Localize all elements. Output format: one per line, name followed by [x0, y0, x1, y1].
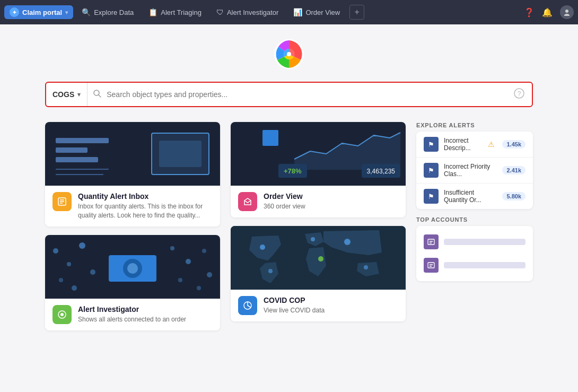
alert-count-0: 1.45k [502, 140, 526, 149]
app-logo [274, 39, 304, 71]
order-view-title: Order View [264, 192, 305, 201]
quantity-alert-card[interactable]: Quantity Alert Inbox Inbox for quantity … [45, 122, 220, 227]
alert-name-0: Incorrect Descrip... [444, 137, 483, 152]
quantity-alert-image [45, 122, 220, 186]
svg-point-17 [59, 278, 63, 282]
svg-text:?: ? [518, 90, 521, 98]
svg-point-31 [260, 245, 265, 250]
search-help-icon[interactable]: ? [506, 88, 532, 101]
bell-icon[interactable]: 🔔 [542, 7, 553, 18]
tab-order-view-label: Order View [305, 8, 340, 16]
svg-point-34 [364, 265, 368, 269]
svg-point-20 [202, 249, 206, 253]
accounts-list [416, 226, 533, 281]
alert-name-1: Incorrect Priority Clas... [444, 163, 497, 178]
search-input[interactable] [107, 90, 506, 99]
order-view-text: Order View 360 order view [264, 192, 305, 211]
search-dropdown[interactable]: COGS ▾ [46, 83, 87, 106]
account-bar-0 [444, 239, 526, 245]
covid-cop-info: COVID COP View live COVID data [231, 290, 406, 321]
search-icon [87, 89, 107, 100]
order-view-card[interactable]: +78% 3,463,235 Order View [231, 122, 406, 217]
account-icon-1 [424, 258, 439, 273]
user-avatar[interactable] [560, 5, 574, 19]
tab-explore-data[interactable]: 🔍 Explore Data [75, 5, 140, 20]
alert-triaging-icon: 📋 [148, 8, 157, 16]
alert-item-0[interactable]: ⚑ Incorrect Descrip... ⚠ 1.45k [416, 132, 533, 158]
svg-point-22 [178, 278, 182, 282]
main-content: COGS ▾ ? [0, 24, 578, 392]
center-column: +78% 3,463,235 Order View [231, 122, 406, 321]
alert-investigator-card[interactable]: Alert Investigator Shows all alerts conn… [45, 235, 220, 330]
quantity-alert-info: Quantity Alert Inbox Inbox for quantity … [45, 186, 220, 227]
svg-point-19 [186, 259, 191, 264]
explore-alerts-title: EXPLORE ALERTS [416, 122, 533, 128]
svg-point-21 [207, 272, 212, 277]
nav-right-controls: ❓ 🔔 [524, 5, 574, 19]
search-bar: COGS ▾ ? [45, 82, 533, 107]
order-view-description: 360 order view [264, 202, 305, 211]
portal-label: Claim portal [22, 8, 62, 16]
account-bar-1 [444, 262, 526, 268]
covid-cop-card[interactable]: COVID COP View live COVID data [231, 226, 406, 321]
svg-point-35 [318, 256, 323, 262]
alert-investigator-image [45, 235, 220, 299]
svg-point-15 [79, 242, 85, 249]
alert-warning-icon-0: ⚠ [488, 140, 495, 149]
alert-investigator-icon: 🛡 [216, 8, 224, 16]
account-icon-0 [424, 234, 439, 249]
alert-flag-icon-2: ⚑ [424, 189, 439, 204]
alert-list: ⚑ Incorrect Descrip... ⚠ 1.45k ⚑ Incorre… [416, 132, 533, 209]
svg-point-24 [197, 286, 201, 290]
order-view-image: +78% 3,463,235 [231, 122, 406, 186]
search-dropdown-label: COGS [52, 90, 74, 99]
svg-point-0 [565, 10, 568, 13]
covid-cop-description: View live COVID data [264, 306, 325, 315]
top-accounts-title: TOP ACCOUNTS [416, 216, 533, 223]
dropdown-chevron-icon: ▾ [77, 91, 81, 98]
alert-investigator-title: Alert Investigator [78, 305, 186, 313]
portal-dropdown[interactable]: ✦ Claim portal ▾ [4, 5, 73, 19]
alert-investigator-text: Alert Investigator Shows all alerts conn… [78, 305, 186, 324]
alert-flag-icon-0: ⚑ [424, 137, 439, 152]
quantity-alert-text: Quantity Alert Inbox Inbox for quantity … [78, 192, 213, 220]
svg-point-23 [72, 285, 77, 291]
top-accounts-section: TOP ACCOUNTS [416, 216, 533, 281]
svg-point-13 [53, 248, 58, 254]
covid-cop-icon [238, 296, 257, 315]
svg-point-33 [344, 239, 351, 245]
account-item-1[interactable] [416, 254, 533, 277]
alert-count-1: 2.41k [502, 166, 526, 175]
svg-point-16 [90, 269, 95, 275]
portal-chevron: ▾ [65, 10, 68, 15]
alert-investigator-description: Shows all alerts connected to an order [78, 315, 186, 324]
alert-name-2: Insufficient Quantity Or... [444, 189, 497, 204]
svg-rect-38 [428, 239, 434, 245]
portal-icon: ✦ [10, 7, 19, 17]
svg-point-27 [127, 263, 138, 274]
svg-point-4 [287, 52, 291, 56]
alert-investigator-icon [52, 305, 72, 324]
add-tab-button[interactable]: + [349, 5, 364, 20]
alert-item-2[interactable]: ⚑ Insufficient Quantity Or... 5.80k [416, 184, 533, 209]
account-item-0[interactable] [416, 230, 533, 254]
covid-cop-image [231, 226, 406, 290]
alert-item-1[interactable]: ⚑ Incorrect Priority Clas... 2.41k [416, 158, 533, 184]
cards-section: Quantity Alert Inbox Inbox for quantity … [45, 122, 533, 330]
quantity-alert-description: Inbox for quantity alerts. This is the i… [78, 202, 213, 220]
tab-alert-triaging[interactable]: 📋 Alert Triaging [142, 5, 208, 20]
tab-order-view[interactable]: 📊 Order View [287, 5, 346, 20]
tab-alert-investigator[interactable]: 🛡 Alert Investigator [210, 5, 285, 20]
svg-point-18 [170, 246, 174, 250]
explore-data-icon: 🔍 [82, 8, 91, 16]
svg-point-32 [311, 237, 315, 241]
covid-cop-text: COVID COP View live COVID data [264, 296, 325, 315]
svg-point-14 [67, 262, 71, 266]
svg-point-29 [60, 313, 64, 316]
tab-alert-triaging-label: Alert Triaging [161, 8, 202, 16]
svg-point-1 [564, 14, 570, 16]
right-column: EXPLORE ALERTS ⚑ Incorrect Descrip... ⚠ … [416, 122, 533, 281]
alert-flag-icon-1: ⚑ [424, 163, 439, 178]
order-stat1: +78% [284, 167, 302, 175]
help-icon[interactable]: ❓ [524, 7, 535, 18]
